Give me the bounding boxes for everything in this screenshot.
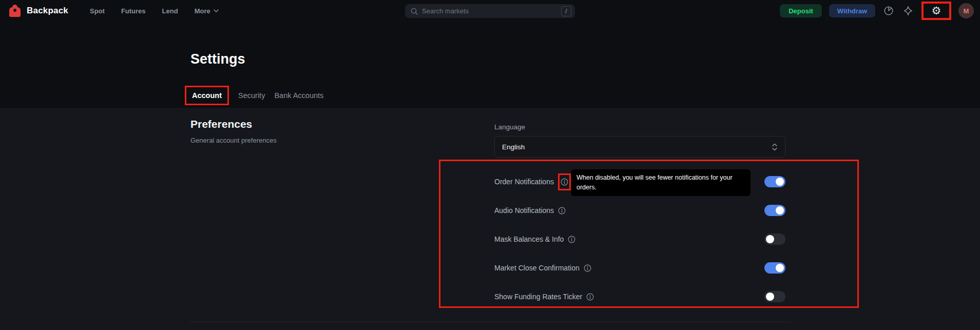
search-placeholder: Search markets	[422, 7, 561, 15]
toggle-show-funding-rates[interactable]	[764, 291, 785, 302]
preferences-subheading: General account preferences	[190, 137, 277, 144]
info-icon[interactable]	[561, 178, 568, 186]
nav-item-futures[interactable]: Futures	[121, 7, 146, 15]
toggle-market-close-confirmation[interactable]	[764, 262, 785, 274]
nav-item-more[interactable]: More	[195, 7, 219, 15]
toggle-audio-notifications[interactable]	[764, 205, 785, 216]
backpack-logo-icon[interactable]	[8, 4, 22, 18]
toggle-knob	[776, 264, 784, 272]
navbar-left: Backpack Spot Futures Lend More	[8, 0, 219, 22]
navbar-right: Deposit Withdraw ⚙ M	[780, 0, 974, 22]
toggle-knob	[766, 235, 774, 243]
info-icon[interactable]	[558, 207, 566, 215]
section-divider	[190, 322, 791, 322]
search-input[interactable]: Search markets /	[405, 4, 575, 18]
nav-links: Spot Futures Lend More	[90, 7, 219, 15]
row-left: Audio Notifications	[494, 206, 566, 215]
tab-security[interactable]: Security	[238, 91, 265, 100]
nav-item-spot[interactable]: Spot	[90, 7, 105, 15]
toggle-row-market-close-confirmation: Market Close Confirmation	[494, 254, 785, 282]
tooltip: When disabled, you will see fewer notifi…	[571, 169, 751, 196]
toggle-row-show-funding-rates: Show Funding Rates Ticker	[494, 282, 785, 311]
page-root: Backpack Spot Futures Lend More	[0, 0, 980, 330]
toggle-row-audio-notifications: Audio Notifications	[494, 196, 785, 225]
toggle-knob	[766, 293, 774, 301]
language-select[interactable]: English	[494, 136, 785, 158]
toggle-label: Market Close Confirmation	[494, 264, 580, 272]
info-icon[interactable]	[586, 293, 594, 301]
nav-item-lend[interactable]: Lend	[162, 7, 178, 15]
nav-item-label: More	[195, 7, 210, 15]
select-chevrons-icon	[772, 143, 778, 151]
row-left: Show Funding Rates Ticker	[494, 293, 594, 301]
tab-bank-accounts[interactable]: Bank Accounts	[274, 91, 323, 100]
tab-account[interactable]: Account	[192, 91, 222, 100]
toggle-label: Show Funding Rates Ticker	[494, 293, 582, 301]
row-left: Order Notifications	[494, 173, 571, 190]
brand-name[interactable]: Backpack	[27, 6, 68, 16]
page-title: Settings	[190, 51, 245, 67]
toggle-mask-balances[interactable]	[764, 234, 785, 245]
chevron-down-icon	[214, 9, 219, 12]
language-selected-value: English	[502, 143, 525, 151]
row-left: Market Close Confirmation	[494, 264, 591, 272]
settings-gear-annotation-box: ⚙	[921, 2, 951, 20]
avatar[interactable]: M	[958, 3, 974, 18]
account-tab-annotation-box: Account	[185, 86, 229, 105]
toggle-knob	[776, 178, 784, 186]
settings-gear-icon[interactable]: ⚙	[930, 5, 943, 17]
search-shortcut-key: /	[561, 6, 571, 16]
navbar: Backpack Spot Futures Lend More	[0, 0, 980, 22]
nav-item-label: Futures	[121, 7, 146, 15]
toggle-label: Mask Balances & Info	[494, 235, 564, 243]
toggle-label: Audio Notifications	[494, 206, 554, 215]
portfolio-pie-icon[interactable]	[882, 5, 895, 17]
toggle-order-notifications[interactable]	[764, 176, 785, 187]
info-icon[interactable]	[584, 264, 591, 272]
toggle-label: Order Notifications	[494, 178, 554, 186]
toggle-knob	[776, 206, 784, 215]
toggle-row-mask-balances: Mask Balances & Info	[494, 225, 785, 254]
sparkle-icon[interactable]	[902, 5, 914, 17]
info-icon-annotation-box	[558, 173, 571, 190]
tooltip-text: When disabled, you will see fewer notifi…	[577, 174, 733, 191]
withdraw-button[interactable]: Withdraw	[829, 4, 875, 17]
preferences-heading: Preferences	[190, 118, 252, 130]
settings-tabs: Account Security Bank Accounts	[185, 86, 323, 105]
deposit-button[interactable]: Deposit	[780, 4, 822, 17]
search-icon	[411, 8, 418, 15]
nav-item-label: Lend	[162, 7, 178, 15]
info-icon[interactable]	[568, 236, 575, 243]
language-label: Language	[494, 123, 525, 131]
row-left: Mask Balances & Info	[494, 235, 575, 243]
nav-item-label: Spot	[90, 7, 105, 15]
toggle-row-order-notifications: Order Notifications When disabled, you w…	[494, 167, 785, 196]
